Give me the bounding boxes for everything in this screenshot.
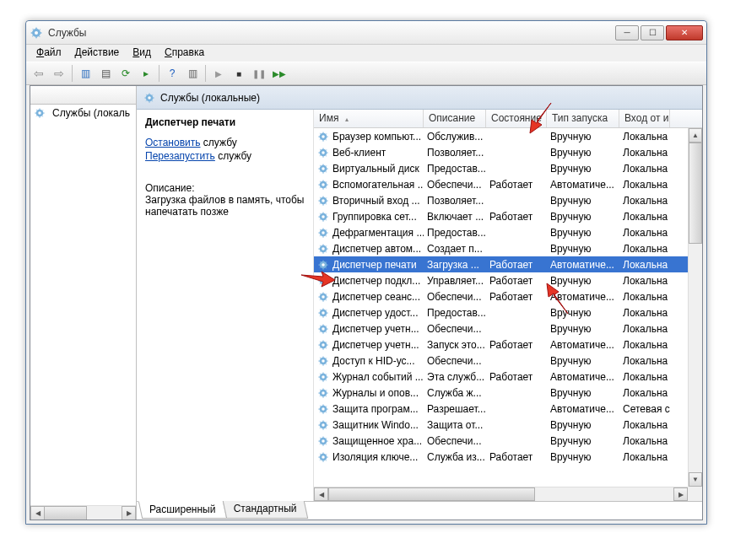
service-row[interactable]: Защитник Windo...Защита от...ВручнуюЛока… [314, 417, 688, 433]
service-desc: Предостав... [424, 227, 486, 239]
service-logon: Локальна [619, 195, 670, 207]
service-name: Диспетчер автом... [332, 243, 421, 255]
service-name: Защищенное хра... [332, 435, 422, 447]
gear-icon [317, 451, 329, 463]
service-logon: Локальна [619, 419, 670, 431]
col-logon[interactable]: Вход от и [619, 110, 670, 127]
menu-view[interactable]: Вид [126, 45, 158, 62]
stop-service-button[interactable]: ■ [230, 64, 248, 83]
back-button[interactable]: ⇦ [30, 64, 48, 83]
tree-pane: Службы (локаль ◀▶ [30, 86, 137, 520]
service-row[interactable]: Доступ к HID-ус...Обеспечи...ВручнуюЛока… [314, 353, 688, 369]
gear-icon [317, 275, 329, 287]
col-startup[interactable]: Тип запуска [547, 110, 619, 127]
service-row[interactable]: Диспетчер удост...Предостав...ВручнуюЛок… [314, 304, 688, 320]
service-name: Изоляция ключе... [332, 451, 418, 463]
service-desc: Позволяет... [424, 195, 486, 207]
service-row[interactable]: Диспетчер учетн...Обеспечи...ВручнуюЛока… [314, 320, 688, 337]
service-status: Работает [486, 275, 547, 287]
service-row[interactable]: Диспетчер печатиЗагрузка ...РаботаетАвто… [314, 256, 688, 272]
gear-icon [317, 307, 329, 319]
pane-header: Службы (локальные) [137, 86, 702, 110]
col-description[interactable]: Описание [424, 110, 486, 127]
pause-service-button[interactable]: ❚❚ [250, 64, 268, 83]
gear-icon [317, 243, 329, 255]
stop-link[interactable]: Остановить [145, 137, 201, 148]
gear-icon [317, 147, 329, 159]
start-service-button[interactable]: ▶ [209, 64, 228, 83]
col-name[interactable]: Имя ▴ [314, 110, 424, 127]
gear-icon [317, 371, 329, 383]
tree-hscrollbar[interactable]: ◀▶ [30, 505, 136, 520]
service-desc: Предостав... [424, 307, 486, 319]
gear-icon [317, 387, 329, 399]
titlebar[interactable]: Службы ─ ☐ ✕ [26, 21, 706, 45]
service-row[interactable]: Журнал событий ...Эта служб...РаботаетАв… [314, 369, 688, 385]
description-label: Описание: [145, 182, 305, 194]
col-status[interactable]: Состояние [486, 110, 547, 127]
export-button[interactable]: ▸ [137, 64, 155, 83]
service-row[interactable]: Виртуальный дискПредостав...ВручнуюЛокал… [314, 160, 688, 176]
list-vscrollbar[interactable]: ▲▼ [688, 128, 702, 487]
service-name: Веб-клиент [332, 147, 386, 159]
service-status: Работает [486, 211, 547, 223]
show-hide-tree-button[interactable]: ▥ [76, 64, 95, 83]
service-row[interactable]: Браузер компьют...Обслужив...ВручнуюЛока… [314, 128, 688, 144]
column-headers: Имя ▴ Описание Состояние Тип запуска Вхо… [314, 110, 702, 128]
service-row[interactable]: Веб-клиентПозволяет...ВручнуюЛокальна [314, 144, 688, 160]
service-row[interactable]: Защита програм...Разрешает...Автоматиче.… [314, 401, 688, 417]
service-startup: Автоматиче... [547, 403, 619, 415]
gear-icon [317, 291, 329, 303]
service-row[interactable]: Вспомогательная ...Обеспечи...РаботаетАв… [314, 176, 688, 192]
service-name: Журнал событий ... [332, 371, 424, 383]
service-startup: Вручную [547, 195, 619, 207]
help-button[interactable]: ? [163, 64, 181, 83]
service-logon: Локальна [619, 163, 670, 175]
service-row[interactable]: Изоляция ключе...Служба из...РаботаетВру… [314, 449, 688, 465]
minimize-button[interactable]: ─ [615, 25, 639, 40]
service-status: Работает [486, 371, 547, 383]
restart-link[interactable]: Перезапустить [145, 150, 215, 162]
service-desc: Служба ж... [424, 387, 486, 399]
service-row[interactable]: Дефрагментация ...Предостав...ВручнуюЛок… [314, 224, 688, 240]
gear-icon [317, 355, 329, 367]
service-row[interactable]: Вторичный вход ...Позволяет...ВручнуюЛок… [314, 192, 688, 208]
service-row[interactable]: Защищенное хра...Обеспечи...ВручнуюЛокал… [314, 433, 688, 449]
forward-button[interactable]: ⇨ [50, 64, 68, 83]
service-name: Дефрагментация ... [332, 227, 424, 239]
service-name: Журналы и опов... [332, 387, 419, 399]
menu-file[interactable]: Файл [30, 45, 68, 62]
service-logon: Локальна [619, 179, 670, 191]
maximize-button[interactable]: ☐ [641, 25, 664, 40]
service-row[interactable]: Диспетчер сеанс...Обеспечи...РаботаетАвт… [314, 288, 688, 304]
service-row[interactable]: Диспетчер автом...Создает п...ВручнуюЛок… [314, 240, 688, 256]
tree-root-services[interactable]: Службы (локаль [30, 105, 136, 121]
restart-service-button[interactable]: ▶▶ [270, 64, 289, 83]
service-desc: Позволяет... [424, 147, 486, 159]
service-row[interactable]: Диспетчер учетн...Запуск это...РаботаетА… [314, 337, 688, 353]
service-logon: Локальна [619, 451, 670, 463]
menu-help[interactable]: Справка [158, 45, 211, 62]
tab-standard[interactable]: Стандартный [222, 501, 307, 519]
description-text: Загрузка файлов в память, чтобы напечата… [145, 194, 305, 218]
action-pane-button[interactable]: ▥ [183, 64, 202, 83]
tab-extended[interactable]: Расширенный [138, 501, 227, 519]
app-icon [30, 26, 43, 40]
properties-button[interactable]: ▤ [96, 64, 115, 83]
gear-icon [317, 435, 329, 447]
service-row[interactable]: Группировка сет...Включает ...РаботаетВр… [314, 208, 688, 224]
close-button[interactable]: ✕ [666, 25, 703, 40]
service-row[interactable]: Журналы и опов...Служба ж...ВручнуюЛокал… [314, 385, 688, 401]
service-logon: Локальна [619, 323, 670, 335]
service-startup: Вручную [547, 131, 619, 143]
gear-icon [317, 131, 329, 143]
service-startup: Вручную [547, 435, 619, 447]
service-status: Работает [486, 451, 547, 463]
gear-icon [34, 107, 46, 119]
refresh-button[interactable]: ⟳ [116, 64, 135, 83]
service-row[interactable]: Диспетчер подкл...Управляет...РаботаетВр… [314, 272, 688, 288]
menu-action[interactable]: Действие [68, 45, 127, 62]
service-logon: Локальна [619, 243, 670, 255]
gear-icon [317, 163, 329, 175]
list-hscrollbar[interactable]: ◀▶ [314, 487, 688, 501]
